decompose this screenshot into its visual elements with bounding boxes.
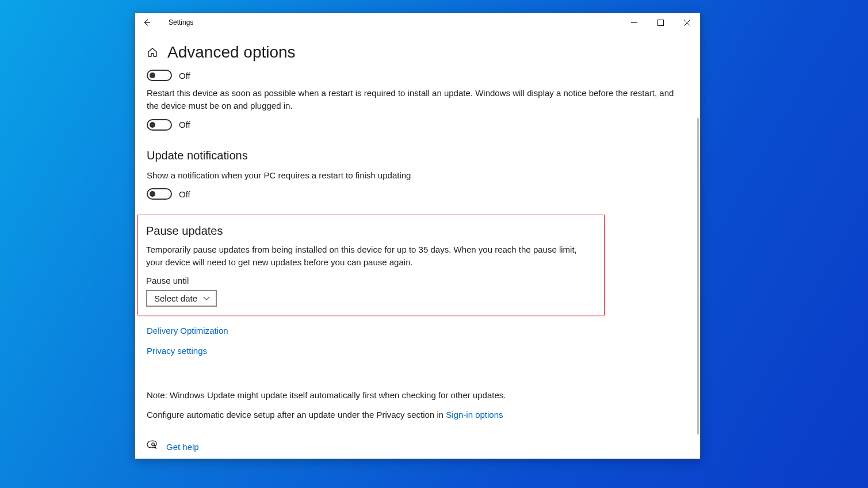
delivery-optimization-link[interactable]: Delivery Optimization (147, 326, 686, 336)
minimize-button[interactable] (621, 13, 647, 32)
note-text: Note: Windows Update might update itself… (147, 389, 686, 402)
close-icon (684, 20, 690, 26)
signin-options-link[interactable]: Sign-in options (446, 410, 503, 420)
get-help-link[interactable]: Get help (166, 442, 199, 452)
notifications-text: Show a notification when your PC require… (147, 169, 686, 182)
get-help-row: Get help (147, 440, 686, 453)
pause-updates-highlight: Pause updates Temporarily pause updates … (137, 215, 605, 315)
toggle-switch-2[interactable] (147, 119, 172, 131)
scrollbar-thumb[interactable] (697, 118, 699, 434)
pause-text: Temporarily pause updates from being ins… (146, 243, 596, 269)
restart-description: Restart this device as soon as possible … (147, 87, 686, 112)
back-arrow-icon (143, 18, 151, 26)
svg-point-4 (152, 443, 155, 446)
page-title: Advanced options (167, 43, 296, 62)
app-title: Settings (169, 18, 193, 26)
pause-until-label: Pause until (146, 276, 596, 285)
pause-date-dropdown[interactable]: Select date (146, 290, 217, 307)
minimize-icon (631, 20, 637, 26)
close-button[interactable] (674, 13, 700, 32)
footer-notes: Note: Windows Update might update itself… (147, 389, 686, 421)
dropdown-value: Select date (154, 293, 197, 303)
privacy-settings-link[interactable]: Privacy settings (147, 346, 686, 356)
page-header: Advanced options (147, 43, 686, 62)
content-area: Advanced options Off Restart this device… (135, 32, 700, 459)
notifications-toggle-row: Off (147, 188, 686, 200)
toggle-row-1: Off (147, 70, 686, 81)
back-button[interactable] (135, 13, 158, 32)
svg-line-5 (154, 445, 155, 447)
toggle-state-1: Off (179, 71, 190, 81)
toggle-state-2: Off (179, 120, 190, 129)
pause-heading: Pause updates (146, 224, 596, 238)
chevron-down-icon (203, 295, 210, 302)
notifications-heading: Update notifications (147, 149, 686, 162)
home-icon[interactable] (147, 47, 158, 58)
toggle-row-2: Off (147, 119, 686, 131)
settings-window: Settings Advanced options Off Restart th… (135, 13, 701, 459)
svg-rect-1 (657, 20, 663, 25)
configure-prefix: Configure automatic device setup after a… (147, 410, 446, 420)
configure-text: Configure automatic device setup after a… (147, 409, 686, 421)
toggle-switch-1[interactable] (147, 70, 172, 81)
maximize-icon (657, 20, 664, 26)
notifications-toggle-state: Off (179, 189, 190, 199)
get-help-icon (147, 440, 157, 453)
maximize-button[interactable] (647, 13, 674, 32)
notifications-toggle[interactable] (147, 188, 172, 200)
titlebar: Settings (135, 13, 700, 32)
